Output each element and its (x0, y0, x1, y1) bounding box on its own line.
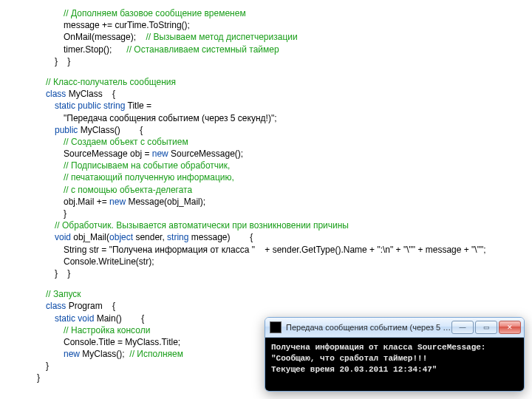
window-minimize-button[interactable]: — (451, 321, 474, 334)
code-line: Console.WriteLine(str); (64, 256, 532, 267)
code-text: SourceMessage(); (168, 149, 243, 159)
console-title: Передача сообщения событием (через 5 сек… (286, 322, 451, 333)
comment: // с помощью объекта-делегата (64, 185, 192, 195)
comment: // Подписываем на событие обработчик, (64, 160, 230, 171)
keyword: object (109, 232, 133, 242)
code-text: obj_Mail( (71, 232, 109, 242)
comment: // Настройка консоли (64, 325, 150, 335)
code-line: "Передача сообщения событием (через 5 се… (64, 112, 532, 124)
code-text: MyClass() { (78, 125, 143, 135)
code-text: obj.Mail += (64, 197, 109, 207)
keyword: new (109, 197, 126, 207)
keyword: static public string (55, 100, 125, 111)
console-app-icon (270, 321, 282, 333)
comment: // Исполняем (129, 349, 183, 359)
code-text: MyClass(); (80, 349, 129, 359)
keyword: class (46, 301, 66, 311)
keyword: string (167, 232, 188, 242)
code-line: } (64, 208, 532, 219)
code-text: Message(obj_Mail); (126, 197, 205, 207)
keyword: new (152, 149, 168, 159)
comment: // Обработчик. Вызывается автоматически … (55, 220, 349, 231)
code-text: sender, (133, 232, 167, 242)
window-maximize-button[interactable]: ▭ (475, 321, 497, 334)
keyword: void (55, 232, 71, 242)
code-line: } } (55, 55, 532, 67)
comment: // Класс-получатель сообщения (46, 77, 176, 87)
keyword: new (64, 349, 80, 359)
comment: // Запуск (46, 289, 81, 299)
window-close-button[interactable]: ✕ (499, 321, 521, 334)
code-text: SourceMessage obj = (64, 149, 152, 159)
code-text: OnMail(message); (64, 32, 146, 42)
code-text: MyClass { (66, 89, 115, 99)
code-line: } } (55, 267, 532, 279)
code-line: message += curTime.ToString(); (64, 19, 532, 31)
code-text: Main() { (94, 313, 144, 324)
keyword: static void (55, 313, 94, 324)
comment: // Останавливаем системный таймер (126, 44, 279, 55)
console-titlebar: Передача сообщения событием (через 5 сек… (265, 318, 524, 338)
code-text: Program { (66, 301, 115, 311)
code-text: "Получена информация от класса " + sende… (109, 245, 486, 255)
comment: // Дополняем базовое сообщение временем (64, 8, 246, 18)
console-line: Получена информация от класса SourceMess… (271, 343, 485, 352)
console-line: Текущее время 20.03.2011 12:34:47" (271, 365, 437, 374)
code-text: timer.Stop(); (64, 44, 126, 55)
comment: // Создаем объект с событием (64, 137, 188, 147)
keyword: class (46, 89, 66, 99)
comment: // Вызываем метод диспетчеризации (146, 32, 297, 42)
console-output: Получена информация от класса SourceMess… (265, 338, 524, 391)
code-text: message) { (188, 232, 253, 242)
console-line: "Сообщаю, что сработал таймер!!! (271, 354, 427, 363)
comment: // печатающий полученную информацию, (64, 172, 234, 183)
code-text: Title = (125, 100, 151, 111)
code-text: String str = (64, 245, 109, 255)
keyword: public (55, 125, 78, 135)
console-window: Передача сообщения событием (через 5 сек… (265, 317, 525, 392)
